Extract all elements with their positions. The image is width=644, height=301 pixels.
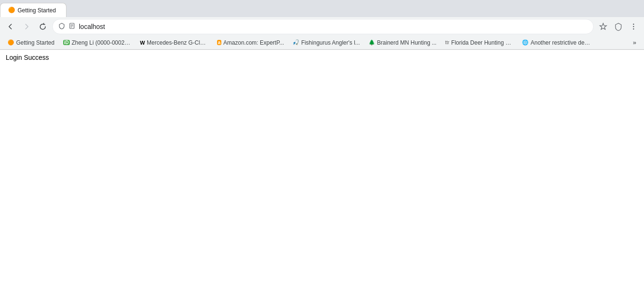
toolbar: localhost bbox=[0, 17, 644, 36]
bookmark-favicon-2: W bbox=[140, 40, 145, 46]
browser-chrome: 🟠 Getting Started localhost bbox=[0, 0, 644, 50]
back-button[interactable] bbox=[4, 20, 17, 33]
bookmark-favicon-1: iD bbox=[63, 40, 70, 45]
svg-point-5 bbox=[633, 26, 635, 28]
bookmark-favicon-0: 🟠 bbox=[8, 39, 14, 46]
bookmark-label-3: Amazon.com: ExpertP... bbox=[223, 39, 284, 46]
bookmark-star-button[interactable] bbox=[597, 20, 610, 33]
bookmark-favicon-6: ttr bbox=[445, 40, 449, 45]
bookmark-brainerd[interactable]: 🌲 Brainerd MN Hunting ... bbox=[365, 38, 440, 47]
active-tab[interactable]: 🟠 Getting Started bbox=[0, 3, 66, 17]
page-doc-icon bbox=[69, 23, 75, 30]
menu-button[interactable] bbox=[627, 20, 640, 33]
tab-favicon: 🟠 bbox=[8, 7, 15, 14]
bookmark-florida-deer[interactable]: ttr Florida Deer Hunting S... bbox=[441, 38, 517, 47]
bookmarks-more-button[interactable]: » bbox=[629, 37, 640, 48]
bookmark-favicon-5: 🌲 bbox=[369, 39, 375, 46]
bookmark-mercedes[interactable]: W Mercedes-Benz G-Clas... bbox=[136, 38, 212, 47]
reload-button[interactable] bbox=[36, 20, 49, 33]
bookmark-favicon-3: a bbox=[217, 40, 222, 45]
toolbar-right bbox=[597, 20, 640, 33]
bookmark-label-6: Florida Deer Hunting S... bbox=[451, 39, 513, 46]
bookmark-another[interactable]: 🌐 Another restrictive dee... bbox=[518, 38, 594, 47]
bookmark-favicon-7: 🌐 bbox=[522, 39, 529, 46]
bookmark-label-7: Another restrictive dee... bbox=[530, 39, 590, 46]
bookmark-zheng-li[interactable]: iD Zheng Li (0000-0002-3... bbox=[59, 38, 135, 47]
bookmark-amazon[interactable]: a Amazon.com: ExpertP... bbox=[213, 38, 288, 47]
bookmark-label-5: Brainerd MN Hunting ... bbox=[377, 39, 436, 46]
tab-label: Getting Started bbox=[18, 7, 58, 14]
tab-bar: 🟠 Getting Started bbox=[0, 0, 644, 17]
login-success-message: Login Success bbox=[6, 54, 49, 61]
security-icon bbox=[58, 23, 65, 31]
bookmark-getting-started[interactable]: 🟠 Getting Started bbox=[4, 38, 58, 47]
bookmark-fishingurus[interactable]: 🎣 Fishingurus Angler's l... bbox=[289, 38, 364, 47]
bookmarks-bar: 🟠 Getting Started iD Zheng Li (0000-0002… bbox=[0, 36, 644, 49]
forward-button[interactable] bbox=[20, 20, 33, 33]
shield-button[interactable] bbox=[612, 20, 625, 33]
bookmark-favicon-4: 🎣 bbox=[293, 39, 299, 46]
svg-point-6 bbox=[633, 28, 635, 30]
bookmark-label-2: Mercedes-Benz G-Clas... bbox=[147, 39, 208, 46]
page-content: Login Success bbox=[0, 50, 644, 301]
address-bar[interactable]: localhost bbox=[52, 19, 594, 34]
bookmark-label-4: Fishingurus Angler's l... bbox=[301, 39, 360, 46]
bookmark-label-1: Zheng Li (0000-0002-3... bbox=[72, 39, 132, 46]
svg-point-4 bbox=[633, 24, 635, 25]
url-text: localhost bbox=[79, 23, 587, 30]
bookmark-label-0: Getting Started bbox=[16, 39, 55, 46]
bookmarks-more-icon: » bbox=[633, 39, 636, 46]
